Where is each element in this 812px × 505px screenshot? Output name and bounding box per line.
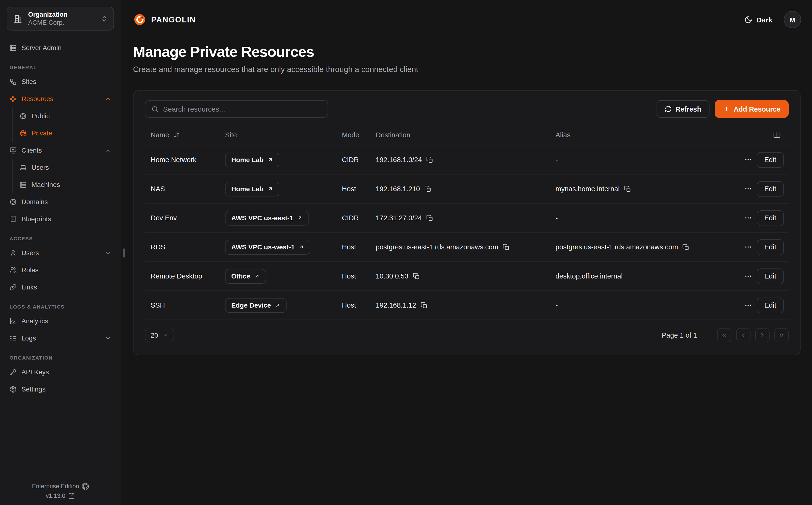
sidebar-item-sites[interactable]: Sites <box>7 73 114 90</box>
edit-button[interactable]: Edit <box>757 181 784 197</box>
edit-button[interactable]: Edit <box>757 297 784 313</box>
column-header-site: Site <box>219 131 336 139</box>
edition-line[interactable]: Enterprise Edition <box>0 483 121 490</box>
chevron-up-icon <box>105 147 111 153</box>
sidebar-item-analytics[interactable]: Analytics <box>7 312 114 330</box>
sidebar-item-public[interactable]: Public <box>20 107 114 125</box>
sidebar-item-client-users[interactable]: Users <box>20 159 114 176</box>
sidebar-item-roles[interactable]: Roles <box>7 261 114 279</box>
row-actions-menu-button[interactable] <box>743 155 753 165</box>
edit-button[interactable]: Edit <box>757 239 784 255</box>
row-actions-menu-button[interactable] <box>743 300 753 310</box>
refresh-button[interactable]: Refresh <box>656 100 709 118</box>
sidebar-item-machines[interactable]: Machines <box>20 176 114 193</box>
logs-icon <box>10 335 17 342</box>
search-box <box>145 100 328 118</box>
edit-button[interactable]: Edit <box>757 210 784 226</box>
moon-icon <box>744 15 752 24</box>
org-selector-label: Organization <box>28 10 95 19</box>
edition-label: Enterprise Edition <box>32 483 79 490</box>
copy-alias-button[interactable] <box>624 185 631 192</box>
sidebar-item-label: Public <box>31 112 50 120</box>
prev-page-button[interactable] <box>736 328 751 342</box>
site-link-button[interactable]: AWS VPC us-west-1 <box>225 239 311 255</box>
chevron-right-icon <box>759 332 766 338</box>
link-icon <box>10 284 17 291</box>
column-header-alias: Alias <box>550 131 724 139</box>
column-header-name[interactable]: Name <box>145 131 219 139</box>
sidebar-item-resources[interactable]: Resources <box>7 90 114 107</box>
resources-card: Refresh Add Resource Name Site Mode <box>133 90 801 355</box>
sidebar-item-logs[interactable]: Logs <box>7 330 114 347</box>
cell-name: SSH <box>145 301 219 309</box>
sidebar-item-label: Logs <box>21 334 36 342</box>
site-link-button[interactable]: Home Lab <box>225 152 279 167</box>
edit-button[interactable]: Edit <box>757 152 784 168</box>
sidebar-item-clients[interactable]: Clients <box>7 142 114 159</box>
theme-toggle[interactable]: Dark <box>744 15 772 24</box>
table-row: Home Network Home Lab CIDR 192.168.1.0/2… <box>145 145 789 175</box>
copy-destination-button[interactable] <box>426 214 433 221</box>
brand-logo[interactable]: PANGOLIN <box>133 13 196 26</box>
user-avatar[interactable]: M <box>784 11 801 28</box>
copy-destination-button[interactable] <box>420 302 427 309</box>
site-link-button[interactable]: Office <box>225 269 266 284</box>
table-footer: 20 Page 1 of 1 <box>145 328 789 342</box>
sidebar-item-server-admin[interactable]: Server Admin <box>7 39 114 56</box>
column-visibility-button[interactable] <box>771 129 783 141</box>
row-actions-menu-button[interactable] <box>743 271 753 281</box>
sidebar-item-links[interactable]: Links <box>7 279 114 296</box>
copy-icon <box>682 243 689 250</box>
users-icon <box>10 266 17 274</box>
arrow-up-right-icon <box>275 302 280 308</box>
site-link-button[interactable]: Home Lab <box>225 181 279 196</box>
copy-destination-button[interactable] <box>424 185 431 192</box>
monitor-up-icon <box>10 147 17 154</box>
section-label-logs-analytics: LOGS & ANALYTICS <box>10 304 114 310</box>
search-input[interactable] <box>163 105 322 113</box>
copy-destination-button[interactable] <box>413 273 420 280</box>
main-content: PANGOLIN Dark M Manage Private Resources… <box>121 0 812 505</box>
sidebar-item-private[interactable]: Private <box>20 125 114 142</box>
sidebar-item-settings[interactable]: Settings <box>7 380 114 398</box>
sidebar-item-blueprints[interactable]: Blueprints <box>7 210 114 227</box>
cell-alias: - <box>550 214 724 222</box>
ellipsis-icon <box>744 156 752 164</box>
add-resource-button[interactable]: Add Resource <box>715 100 789 118</box>
copy-alias-button[interactable] <box>682 243 689 250</box>
first-page-button[interactable] <box>717 328 732 342</box>
table-row: NAS Home Lab Host 192.168.1.210 mynas.ho… <box>145 175 789 204</box>
section-label-access: ACCESS <box>10 235 114 241</box>
sidebar-item-label: Roles <box>21 266 39 274</box>
page-size-select[interactable]: 20 <box>145 328 174 342</box>
copy-destination-button[interactable] <box>502 243 510 250</box>
table-header-row: Name Site Mode Destination Alias <box>145 125 789 145</box>
cell-name: Dev Env <box>145 214 219 222</box>
resources-subgroup: Public Private <box>12 107 114 142</box>
row-actions-menu-button[interactable] <box>743 242 753 252</box>
sidebar-item-users[interactable]: Users <box>7 244 114 261</box>
cell-alias: - <box>550 301 724 309</box>
sidebar-item-domains[interactable]: Domains <box>7 193 114 210</box>
arrow-up-right-icon <box>254 273 260 279</box>
page-info: Page 1 of 1 <box>662 331 697 339</box>
pagination: Page 1 of 1 <box>662 328 789 342</box>
site-link-button[interactable]: Edge Device <box>225 298 287 313</box>
edit-button[interactable]: Edit <box>757 268 784 284</box>
org-selector[interactable]: Organization ACME Corp. <box>7 7 114 30</box>
chevrons-right-icon <box>778 332 785 338</box>
column-header-mode: Mode <box>336 131 370 139</box>
cell-mode: CIDR <box>336 156 370 164</box>
cell-name: Remote Desktop <box>145 272 219 280</box>
sidebar-item-label: Blueprints <box>21 215 51 223</box>
row-actions-menu-button[interactable] <box>743 213 753 223</box>
page-subtitle: Create and manage resources that are onl… <box>133 65 801 74</box>
last-page-button[interactable] <box>774 328 789 342</box>
globe-lock-icon <box>20 130 27 137</box>
site-link-button[interactable]: AWS VPC us-east-1 <box>225 210 309 225</box>
sidebar-item-api-keys[interactable]: API Keys <box>7 363 114 380</box>
copy-destination-button[interactable] <box>426 156 433 163</box>
next-page-button[interactable] <box>755 328 770 342</box>
row-actions-menu-button[interactable] <box>743 184 753 194</box>
version-line[interactable]: v1.13.0 <box>0 493 121 499</box>
